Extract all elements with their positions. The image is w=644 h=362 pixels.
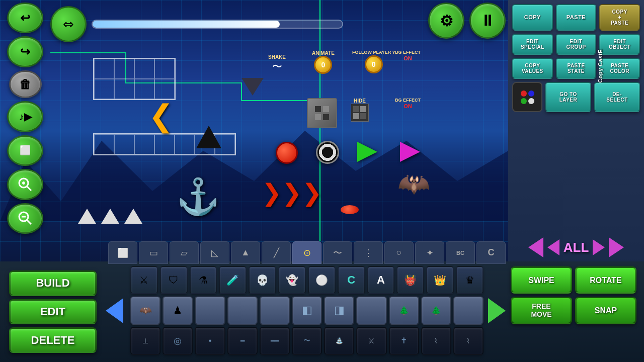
swipe-button[interactable]: SWIPE	[511, 266, 572, 294]
tab-bg[interactable]: ▭	[139, 241, 168, 264]
tab-decor[interactable]: ▱	[170, 241, 199, 264]
block-ghost[interactable]: 👻	[278, 266, 306, 294]
block-crown3[interactable]: ♟	[163, 296, 193, 324]
block-sword1[interactable]: ⚔	[356, 327, 386, 355]
block-grid-prev[interactable]	[103, 264, 126, 357]
all-next2-button[interactable]	[593, 239, 605, 255]
build-button[interactable]: BUILD	[9, 270, 97, 296]
de-select-button[interactable]: DE- SELECT	[594, 82, 640, 112]
all-next-button[interactable]	[609, 237, 624, 257]
block-weapon[interactable]: ⚔	[130, 266, 158, 294]
block-gray1[interactable]	[195, 296, 225, 324]
paste-button[interactable]: PASTE	[556, 4, 597, 31]
svg-line-3	[27, 187, 31, 191]
free-move-button[interactable]: FREE MOVE	[511, 297, 572, 324]
trash-button[interactable]: 🗑	[9, 70, 42, 99]
block-dot[interactable]: •	[195, 327, 225, 355]
block-flask1[interactable]: ⚗	[190, 266, 217, 294]
shake-trigger[interactable]: SHAKE 〜	[268, 54, 286, 73]
edit-group-button[interactable]: EDIT GROUP	[556, 34, 597, 55]
tab-tri[interactable]: ▲	[231, 241, 260, 264]
color-picker-button[interactable]	[512, 82, 542, 112]
tab-c[interactable]: C	[476, 241, 506, 264]
rotate-button[interactable]: ROTATE	[575, 266, 636, 294]
all-prev-button[interactable]	[528, 237, 543, 257]
block-spike1[interactable]: ⊥	[130, 327, 160, 355]
block-crown1[interactable]: 👑	[426, 266, 454, 294]
all-prev2-button[interactable]	[547, 239, 559, 255]
block-bar1[interactable]: ━	[227, 327, 258, 355]
edit-mode-button[interactable]: EDIT	[9, 299, 97, 325]
go-to-layer-button[interactable]: GO TO LAYER	[545, 82, 591, 112]
delete-button[interactable]: DELETE	[9, 327, 97, 353]
block-bat[interactable]: 🦇	[130, 296, 160, 324]
tab-build[interactable]: ⬜	[108, 241, 137, 264]
block-shield[interactable]: 🛡	[160, 266, 188, 294]
undo-button[interactable]: ↩	[7, 3, 43, 33]
tab-orb[interactable]: ○	[384, 241, 414, 264]
settings-button[interactable]: ⚙	[428, 3, 464, 39]
tab-chain[interactable]: ⋮	[354, 241, 383, 264]
right-bottom-buttons: SWIPE ROTATE FREE MOVE SNAP	[508, 264, 639, 357]
tab-wave[interactable]: 〜	[323, 241, 352, 264]
copy-button[interactable]: COPY	[512, 4, 553, 31]
target-circle	[316, 141, 339, 164]
animate-trigger[interactable]: ANIMATE 0	[312, 50, 335, 74]
bg-effect2-trigger[interactable]: BG EFFECT ON	[395, 98, 421, 109]
pink-arrow-right	[400, 142, 420, 162]
follow-player-y-trigger[interactable]: FOLLOW PLAYER Y 0	[352, 50, 395, 73]
block-c[interactable]: C	[338, 266, 365, 294]
red-ellipse	[341, 205, 359, 214]
edit-special-button[interactable]: EDIT SPECIAL	[512, 34, 553, 55]
block-pillar1[interactable]: ⌇	[421, 327, 451, 355]
block-circle[interactable]: ⚪	[308, 266, 336, 294]
block-ring[interactable]: ◎	[163, 327, 193, 355]
block-grid: ⚔ 🛡 ⚗ 🧪 💀 👻 ⚪ C A 👹 👑 ♛ 🦇 ♟ ◧ ◨ 🌲 🌲	[128, 264, 486, 357]
right-sidebar: COPY PASTE COPY + PASTE EDIT SPECIAL EDI…	[508, 0, 644, 261]
paste-state-button[interactable]: PASTE STATE	[556, 58, 597, 79]
bg-effect-on-trigger[interactable]: BG EFFECT ON	[395, 50, 421, 61]
tab-line[interactable]: ╱	[262, 241, 291, 264]
block-diag1[interactable]: ◧	[292, 296, 322, 324]
music-button[interactable]: ♪▶	[7, 101, 43, 132]
block-crown2[interactable]: ♛	[456, 266, 484, 294]
zoom-in-button[interactable]	[7, 169, 43, 200]
block-a[interactable]: A	[367, 266, 395, 294]
sidebar-row-4: GO TO LAYER DE- SELECT	[512, 82, 640, 112]
block-bar2[interactable]: ━━	[260, 327, 290, 355]
block-tree1[interactable]: 🌲	[389, 296, 419, 324]
copy-paste-button[interactable]: COPY + PASTE	[599, 4, 640, 31]
pause-button[interactable]: ⏸	[469, 3, 506, 39]
block-tree2[interactable]: 🌲	[421, 296, 451, 324]
play-button[interactable]: ⇔	[50, 6, 87, 42]
block-pillar2[interactable]: ⌇	[453, 327, 484, 355]
red-circle-trigger[interactable]	[276, 142, 298, 164]
block-gray5[interactable]	[453, 296, 484, 324]
tab-slope[interactable]: ◺	[200, 241, 229, 264]
block-gray2[interactable]	[227, 296, 258, 324]
hide-trigger[interactable]: HIDE	[351, 98, 369, 122]
block-gray3[interactable]	[260, 296, 290, 324]
redo-button[interactable]: ↪	[7, 36, 43, 67]
block-flask2[interactable]: 🧪	[219, 266, 247, 294]
zoom-out-button[interactable]	[7, 203, 43, 234]
all-nav-section: ALL	[512, 233, 640, 257]
block-cross[interactable]: ✝	[389, 327, 419, 355]
block-diag2[interactable]: ◨	[324, 296, 354, 324]
block-grid-next[interactable]	[486, 264, 508, 357]
block-water1[interactable]: 〜	[292, 327, 322, 355]
tab-bc[interactable]: BC	[446, 241, 475, 264]
block-monster1[interactable]: 👹	[396, 266, 424, 294]
green-arrow-right	[357, 142, 377, 162]
snap-button[interactable]: SNAP	[575, 297, 636, 324]
block-water2[interactable]: ⛲	[324, 327, 354, 355]
block-row-1: ⚔ 🛡 ⚗ 🧪 💀 👻 ⚪ C A 👹 👑 ♛	[130, 266, 484, 294]
copy-values-button[interactable]: COPY VALUES	[512, 58, 553, 79]
block-skull[interactable]: 💀	[249, 266, 276, 294]
tab-star[interactable]: ✦	[415, 241, 444, 264]
block-gray4[interactable]	[356, 296, 386, 324]
dark-arrow	[242, 78, 264, 96]
copy-level-button[interactable]: ⬜	[7, 135, 43, 166]
action-buttons: BUILD EDIT DELETE	[5, 266, 101, 357]
tab-trigger[interactable]: ⊙	[292, 241, 321, 264]
